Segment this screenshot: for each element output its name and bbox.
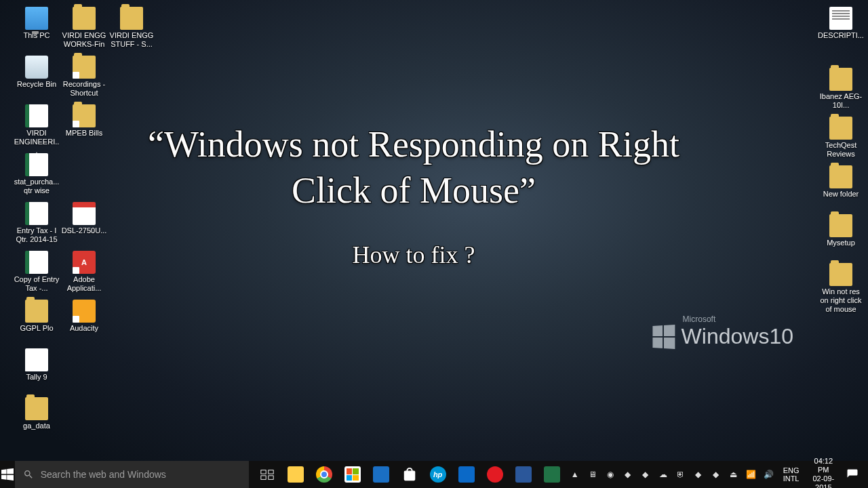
desktop-icon-copy-entry-tax[interactable]: Copy of Entry Tax -...: [14, 251, 60, 293]
tray4-icon: ◆: [711, 469, 722, 480]
clock[interactable]: 04:12 PM02-09-2015: [804, 457, 842, 488]
taskbar-excel[interactable]: [538, 466, 566, 483]
folder-icon: [829, 68, 852, 91]
folder-icon: [829, 117, 852, 140]
desktop[interactable]: This PCVIRDI ENGG WORKS-FinVIRDI ENGG ST…: [0, 0, 868, 461]
folder-icon: [73, 7, 96, 30]
icon-label: Audacity: [61, 324, 107, 333]
taskbar: Search the web and Windows hp ▲🖥◉◆◆☁⛨◆◆⏏…: [0, 461, 868, 488]
desktop-icon-entry-tax[interactable]: Entry Tax - I Qtr. 2014-15: [14, 202, 60, 244]
search-box[interactable]: Search the web and Windows: [15, 461, 249, 488]
icon-label: Mysetup: [818, 239, 864, 247]
xls-icon: [25, 104, 48, 127]
desktop-icon-virdi-engg-works[interactable]: VIRDI ENGG WORKS-Fin: [61, 7, 107, 49]
search-placeholder: Search the web and Windows: [41, 469, 166, 480]
desktop-icon-recycle-bin[interactable]: Recycle Bin: [14, 56, 60, 89]
volume-icon: 🔊: [764, 469, 774, 480]
tray-network[interactable]: 📶: [743, 469, 760, 480]
desktop-icon-ibanez[interactable]: Ibanez AEG-10I...: [818, 68, 864, 110]
action-center-button[interactable]: [844, 468, 861, 481]
icon-label: Win not res on right click of mouse: [818, 287, 864, 314]
desktop-icon-adobe-app[interactable]: AAdobe Applicati...: [61, 251, 107, 293]
desktop-icon-stat-purcha[interactable]: stat_purcha... qtr wise: [14, 153, 60, 195]
taskbar-file-explorer[interactable]: [281, 466, 310, 483]
taskbar-store[interactable]: [338, 466, 367, 483]
taskbar-opera[interactable]: [481, 466, 509, 483]
system-tray: ▲🖥◉◆◆☁⛨◆◆⏏📶🔊 ENGINTL 04:12 PM02-09-2015: [566, 461, 868, 488]
icon-label: GGPL Plo: [14, 324, 60, 333]
tray2-icon: ◆: [640, 469, 651, 480]
pdf-icon: [73, 202, 96, 225]
svg-rect-1: [268, 470, 273, 474]
desktop-icon-mysetup[interactable]: Mysetup: [818, 214, 864, 247]
desktop-icon-win-not-res[interactable]: Win not res on right click of mouse: [818, 263, 864, 314]
windows-icon: [1, 468, 14, 481]
icon-label: Recordings - Shortcut: [61, 80, 107, 98]
xls-icon: [25, 251, 48, 274]
taskbar-task-view[interactable]: [253, 467, 281, 482]
icon-label: New folder: [818, 190, 864, 199]
icon-label: DSL-2750U...: [61, 226, 107, 235]
folder-icon: [829, 263, 852, 286]
taskbar-dropbox[interactable]: [452, 466, 481, 483]
tray-nvidia[interactable]: ◉: [601, 469, 619, 480]
network-icon: 📶: [746, 469, 757, 480]
desktop-icon-tally-9[interactable]: Tally 9: [14, 348, 60, 382]
desktop-icon-ga-data[interactable]: ga_data: [14, 397, 60, 430]
desktop-icon-dsl-2750u[interactable]: DSL-2750U...: [61, 202, 107, 235]
desktop-icon-new-folder[interactable]: New folder: [818, 165, 864, 199]
bin-icon: [25, 56, 48, 79]
pinned-apps: hp: [253, 461, 566, 488]
tray-tray4[interactable]: ◆: [707, 469, 725, 480]
icon-label: Adobe Applicati...: [61, 275, 107, 293]
nvidia-icon: ◉: [605, 469, 616, 480]
svg-rect-3: [268, 476, 273, 480]
tally-icon: [25, 348, 48, 371]
tray-tray3[interactable]: ◆: [690, 469, 707, 480]
desktop-icon-ggpl-plo[interactable]: GGPL Plo: [14, 300, 60, 333]
adobe-icon: A: [73, 251, 96, 274]
store-icon: [402, 467, 417, 482]
tray-monitor[interactable]: 🖥: [584, 469, 601, 480]
tray-up[interactable]: ▲: [566, 469, 584, 480]
desktop-icon-techqest[interactable]: TechQest Reviews: [818, 117, 864, 159]
taskbar-word[interactable]: [509, 466, 538, 483]
tray-volume[interactable]: 🔊: [760, 469, 778, 480]
icon-label: Recycle Bin: [14, 80, 60, 89]
desktop-icon-audacity[interactable]: Audacity: [61, 300, 107, 333]
folder-icon: [73, 104, 96, 127]
up-icon: ▲: [570, 469, 580, 480]
tray-eject[interactable]: ⏏: [725, 469, 743, 480]
desktop-icon-virdi-engg-stuff[interactable]: VIRDI ENGG STUFF - S...: [108, 7, 155, 49]
icon-label: VIRDI ENGINEERI...: [14, 129, 60, 155]
folder-icon: [25, 300, 48, 323]
svg-rect-0: [260, 470, 265, 474]
start-button[interactable]: [0, 461, 15, 488]
icon-label: MPEB Bills: [61, 129, 107, 138]
desktop-icon-mpeb-bills[interactable]: MPEB Bills: [61, 104, 107, 138]
txt-icon: [829, 7, 852, 30]
taskbar-chrome[interactable]: [310, 466, 338, 483]
tray-tray2[interactable]: ◆: [637, 469, 654, 480]
taskbar-hp[interactable]: hp: [424, 466, 452, 483]
taskbar-edge[interactable]: [367, 466, 395, 483]
icon-label: Tally 9: [14, 373, 60, 382]
overlay-title: “Windows not Responding on Right Click o…: [122, 122, 705, 214]
icon-label: VIRDI ENGG WORKS-Fin: [61, 31, 107, 49]
tray-shield[interactable]: ⛨: [672, 469, 690, 480]
desktop-icon-recordings-shortcut[interactable]: Recordings - Shortcut: [61, 56, 107, 98]
tray-cloud[interactable]: ☁: [654, 469, 672, 480]
desktop-icon-this-pc[interactable]: This PC: [14, 7, 60, 40]
tray-tray1[interactable]: ◆: [619, 469, 637, 480]
taskbar-store2[interactable]: [395, 467, 424, 482]
shield-icon: ⛨: [675, 469, 686, 480]
language-indicator[interactable]: ENGINTL: [779, 466, 804, 483]
xls-icon: [25, 153, 48, 176]
icon-label: DESCRIPTI...: [818, 31, 864, 40]
desktop-icon-virdi-engineering[interactable]: VIRDI ENGINEERI...: [14, 104, 60, 155]
windows-logo-icon: [652, 325, 675, 349]
icon-label: TechQest Reviews: [818, 141, 864, 159]
overlay-subtitle: How to fix ?: [122, 241, 705, 269]
xls-icon: [25, 202, 48, 225]
desktop-icon-description[interactable]: DESCRIPTI...: [818, 7, 864, 40]
